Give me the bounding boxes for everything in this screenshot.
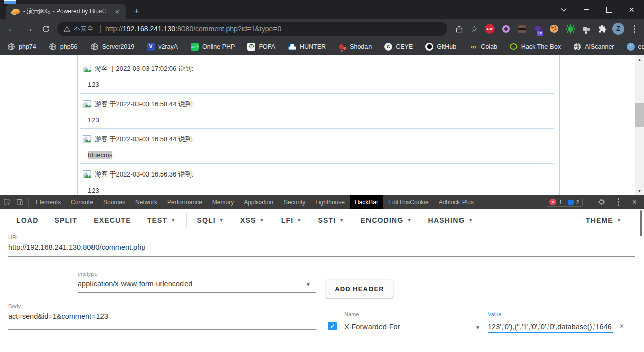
window-maximize-button[interactable]	[598, 0, 620, 19]
remove-header-icon[interactable]	[619, 322, 624, 331]
window-minimize-button[interactable]	[575, 0, 598, 19]
chevron-down-icon: ▼	[617, 218, 622, 223]
bookmark-aiscanner[interactable]: AIScanner	[573, 43, 614, 51]
devtools-tab-console[interactable]: Console	[66, 195, 98, 209]
url-field-input[interactable]: http://192.168.241.130:8080/comment.php	[8, 243, 631, 251]
chrome-menu-icon[interactable]	[628, 21, 641, 36]
devtools-tab-performance[interactable]: Performance	[162, 195, 207, 209]
bookmark-php74[interactable]: php74	[7, 43, 36, 51]
devtools-tab-lighthouse[interactable]: Lighthouse	[310, 195, 350, 209]
devtools-tab-memory[interactable]: Memory	[207, 195, 239, 209]
bookmark-shodan[interactable]: Shodan	[338, 43, 372, 51]
bookmark-fofa[interactable]: Ⓕ FOFA	[247, 43, 275, 51]
header-value-input[interactable]: 123','0'),('','1','0','0','0',database()…	[488, 323, 613, 331]
devtools-tab-hackbar[interactable]: HackBar	[350, 195, 383, 209]
devtools-tab-application[interactable]: Application	[239, 195, 279, 209]
devtools-divider	[28, 198, 29, 207]
purple-donut-extension-icon[interactable]	[499, 21, 512, 36]
scholar-cap-extension-icon[interactable]: 16	[531, 21, 544, 36]
lfi-menu-button[interactable]: LFI▼	[273, 212, 310, 228]
virus-extension-icon[interactable]	[564, 21, 577, 36]
tab-search-chevron-icon[interactable]	[552, 0, 575, 19]
bookmark-php56[interactable]: php56	[49, 43, 78, 51]
edusrc-favicon-icon: ⁘	[627, 43, 635, 51]
execute-button[interactable]: EXECUTE	[85, 212, 139, 228]
spy-extension-icon[interactable]	[515, 21, 528, 36]
devtools-tab-adblock-plus[interactable]: Adblock Plus	[434, 195, 479, 209]
xss-menu-button[interactable]: XSS▼	[232, 212, 273, 228]
bookmark-online-php[interactable]: ヨトᄔ Online PHP	[191, 43, 235, 51]
bookmark-hunter[interactable]: ▟▙ HUNTER	[288, 43, 326, 51]
hashing-menu-button[interactable]: HASHING▼	[420, 212, 482, 228]
test-menu-button[interactable]: TEST▼	[139, 212, 185, 228]
theme-menu-button[interactable]: THEME▼	[578, 212, 630, 228]
ssti-menu-button[interactable]: SSTI▼	[310, 212, 352, 228]
devtools-tab-sources[interactable]: Sources	[98, 195, 130, 209]
enctype-select[interactable]: application/x-www-form-urlencoded	[78, 280, 299, 288]
comment-meta: 游客 于2022-03-03 17:02:06 说到:	[83, 64, 194, 73]
profile-avatar[interactable]: Z	[612, 21, 625, 36]
cookie-extension-icon[interactable]	[547, 21, 561, 36]
badge-divider	[565, 199, 565, 206]
hackbar-panel: LOAD SPLIT EXECUTE TEST▼ SQLI▼ XSS▼ LFI▼…	[0, 209, 644, 352]
header-enabled-checkbox[interactable]	[328, 322, 337, 330]
body-field-input[interactable]: act=send&id=1&comment=123	[8, 312, 310, 320]
split-button[interactable]: SPLIT	[46, 212, 85, 228]
toolbar-divider	[186, 213, 187, 227]
inspect-element-icon[interactable]	[0, 196, 13, 209]
header-name-select[interactable]: X-Forwarded-For	[344, 323, 470, 331]
load-button[interactable]: LOAD	[8, 212, 46, 228]
devtools-close-icon[interactable]	[629, 198, 640, 207]
bookmark-colab[interactable]: ∞ Colab	[469, 43, 497, 51]
github-favicon-icon	[425, 43, 433, 51]
url-host: 192.168.241.130	[123, 25, 175, 33]
forward-button[interactable]: →	[20, 21, 37, 36]
devtools-settings-gear-icon[interactable]	[595, 196, 608, 209]
scrollbar-thumb[interactable]	[635, 103, 644, 127]
back-button[interactable]: ←	[3, 21, 20, 36]
broken-image-icon	[83, 135, 92, 143]
bookmarks-bar: php74 php56 Server2019 V v2rayA ヨトᄔ Onli…	[0, 38, 644, 55]
page-scrollbar[interactable]: ▲ ▼	[635, 55, 644, 195]
bookmark-hack-the-box[interactable]: Hack The Box	[510, 43, 561, 51]
scroll-up-arrow-icon[interactable]: ▲	[635, 55, 644, 64]
chevron-down-icon[interactable]: ▼	[475, 325, 480, 330]
devtools-tab-editthiscookie[interactable]: EditThisCookie	[383, 195, 434, 209]
share-icon[interactable]	[451, 21, 467, 36]
omnibox-divider	[100, 25, 101, 33]
bookmark-github[interactable]: GitHub	[425, 43, 456, 51]
proxy-extension-icon[interactable]	[580, 21, 593, 36]
new-tab-button[interactable]	[131, 6, 143, 18]
scroll-down-arrow-icon[interactable]: ▼	[635, 187, 644, 195]
message-count: 2	[576, 199, 579, 205]
browser-tab[interactable]: - 演示网站 - Powered by BlueC	[6, 4, 126, 19]
chevron-down-icon[interactable]: ▼	[306, 282, 311, 287]
bookmark-star-icon[interactable]: ☆	[467, 21, 482, 36]
comment-box-left-border	[77, 55, 78, 195]
extensions-puzzle-icon[interactable]	[596, 21, 609, 36]
address-bar[interactable]: 不安全 http://192.168.241.130:8080/comment.…	[57, 22, 447, 36]
tab-close-icon[interactable]	[113, 7, 122, 16]
panel-scrollbar-thumb[interactable]	[640, 210, 642, 236]
bookmark-edusrc[interactable]: ⁘ edusrc	[627, 43, 644, 51]
devtools-tab-elements[interactable]: Elements	[31, 195, 66, 209]
devtools-tab-network[interactable]: Network	[130, 195, 162, 209]
bookmark-v2raya[interactable]: V v2rayA	[147, 43, 178, 51]
globe-favicon-icon	[7, 43, 15, 51]
bookmark-server2019[interactable]: Server2019	[90, 43, 135, 51]
sqli-menu-button[interactable]: SQLI▼	[189, 212, 232, 228]
tab-title: - 演示网站 - Powered by BlueC	[23, 7, 113, 16]
adblock-plus-extension-icon[interactable]: ABP	[483, 21, 496, 36]
devtools-tab-security[interactable]: Security	[279, 195, 310, 209]
encoding-menu-button[interactable]: ENCODING▼	[352, 212, 420, 228]
console-status-badges[interactable]: × 1 2	[546, 198, 582, 207]
reload-button[interactable]	[37, 21, 54, 36]
address-toolbar: ← → 不安全 http://192.168.241.130:8080/comm…	[0, 19, 644, 38]
add-header-button[interactable]: ADD HEADER	[326, 280, 393, 298]
url-text: http://192.168.241.130:8080/comment.php?…	[105, 25, 281, 33]
window-close-button[interactable]	[620, 0, 643, 19]
device-toolbar-icon[interactable]	[13, 196, 26, 209]
devtools-menu-kebab-icon[interactable]	[612, 196, 625, 209]
bookmark-ceye[interactable]: C CEYE	[384, 43, 413, 51]
bookmark-label: FOFA	[259, 43, 275, 50]
